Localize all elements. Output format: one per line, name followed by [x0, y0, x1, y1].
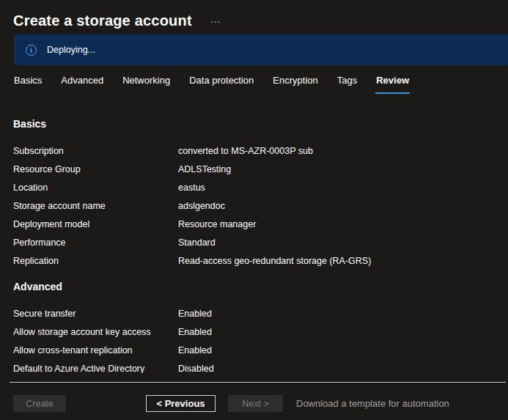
row-label: Subscription [13, 145, 178, 157]
review-row-secure-transfer: Secure transfer Enabled [13, 308, 508, 326]
page-title: Create a storage account [13, 12, 192, 29]
row-value: Resource manager [178, 218, 508, 230]
row-value: ADLSTesting [178, 163, 508, 175]
info-icon: i [26, 45, 37, 56]
tab-networking[interactable]: Networking [122, 75, 171, 94]
row-value: Enabled [178, 308, 508, 320]
row-label: Storage account name [13, 200, 178, 212]
tab-basics[interactable]: Basics [13, 75, 43, 94]
row-value: adslgendoc [178, 200, 508, 212]
section-heading-basics: Basics [13, 94, 508, 130]
deploying-banner: i Deploying... [14, 34, 508, 65]
row-label: Secure transfer [13, 308, 178, 320]
row-label: Allow cross-tenant replication [13, 345, 178, 356]
row-label: Performance [13, 237, 178, 248]
row-label: Location [13, 182, 178, 194]
review-row-performance: Performance Standard [13, 237, 508, 255]
review-row-resource-group: Resource Group ADLSTesting [13, 163, 508, 182]
download-template-link[interactable]: Download a template for automation [296, 398, 449, 409]
tab-advanced[interactable]: Advanced [60, 75, 104, 94]
review-row-replication: Replication Read-access geo-redundant st… [13, 255, 508, 273]
review-content: Basics Subscription converted to MS-AZR-… [13, 94, 508, 373]
row-value: converted to MS-AZR-0003P sub [178, 145, 508, 157]
create-storage-account-blade: Create a storage account … i Deploying..… [0, 0, 508, 420]
review-row-deployment-model: Deployment model Resource manager [13, 218, 508, 237]
row-label: Allow storage account key access [13, 326, 178, 338]
review-row-location: Location eastus [13, 182, 508, 200]
create-button[interactable]: Create [13, 395, 66, 412]
next-button[interactable]: Next > [228, 395, 283, 412]
previous-button[interactable]: < Previous [146, 395, 216, 412]
row-value: eastus [178, 182, 508, 194]
blade-titlebar: Create a storage account … [0, 0, 508, 34]
footer-action-bar: Create < Previous Next > Download a temp… [0, 383, 508, 420]
tab-tags[interactable]: Tags [336, 75, 358, 94]
review-row-key-access: Allow storage account key access Enabled [13, 326, 508, 345]
tab-bar: Basics Advanced Networking Data protecti… [13, 75, 508, 94]
row-value: Enabled [178, 326, 508, 338]
banner-text: Deploying... [47, 45, 95, 55]
row-label: Replication [13, 255, 178, 267]
review-row-storage-account-name: Storage account name adslgendoc [13, 200, 508, 218]
row-label: Resource Group [13, 163, 178, 175]
review-row-subscription: Subscription converted to MS-AZR-0003P s… [13, 145, 508, 163]
row-value: Standard [178, 237, 508, 248]
row-value: Enabled [178, 345, 508, 356]
context-menu-icon[interactable]: … [210, 13, 221, 25]
tab-encryption[interactable]: Encryption [272, 75, 318, 94]
row-value: Disabled [178, 363, 508, 373]
tab-review[interactable]: Review [375, 75, 410, 94]
row-value: Read-access geo-redundant storage (RA-GR… [178, 255, 508, 267]
section-heading-advanced: Advanced [13, 273, 508, 292]
review-row-default-aad: Default to Azure Active Directory author… [13, 363, 508, 373]
row-label: Deployment model [13, 218, 178, 230]
review-row-cross-tenant-replication: Allow cross-tenant replication Enabled [13, 345, 508, 363]
row-label: Default to Azure Active Directory author… [13, 363, 178, 373]
tab-data-protection[interactable]: Data protection [188, 75, 254, 94]
